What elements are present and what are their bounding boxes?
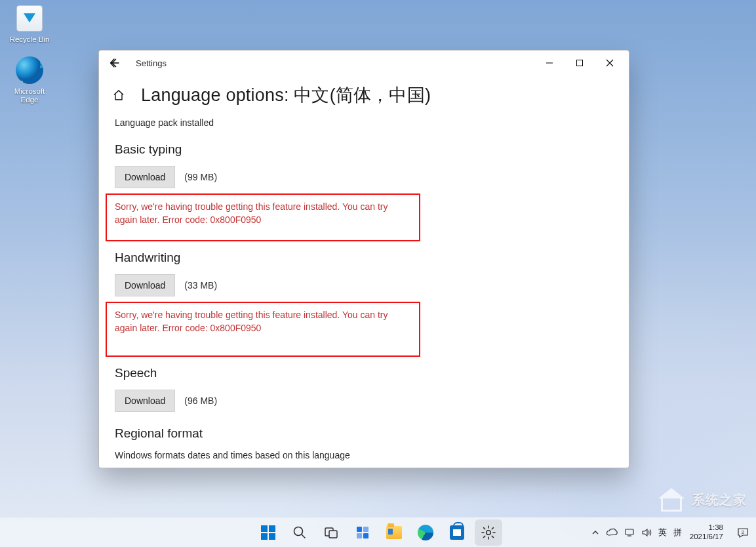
svg-rect-9: [626, 529, 633, 535]
clock-date: 2021/6/17: [690, 533, 723, 541]
home-button[interactable]: [107, 83, 130, 107]
svg-rect-6: [357, 533, 362, 538]
clock-time: 1:38: [690, 523, 723, 532]
maximize-icon: [576, 59, 584, 67]
minimize-icon: [546, 59, 553, 67]
error-text: Sorry, we're having trouble getting this…: [115, 308, 411, 335]
download-button-basic-typing[interactable]: Download: [115, 166, 175, 188]
minimize-button[interactable]: [534, 53, 565, 73]
search-icon: [292, 525, 308, 540]
section-heading-basic-typing: Basic typing: [115, 142, 521, 157]
error-box-basic-typing: Sorry, we're having trouble getting this…: [106, 193, 420, 241]
size-handwriting: (33 MB): [184, 280, 217, 291]
system-tray[interactable]: 英 拼: [591, 527, 682, 538]
network-icon[interactable]: [624, 528, 635, 537]
back-button[interactable]: [108, 56, 121, 70]
edge-icon: [418, 525, 433, 540]
watermark: 系统之家: [658, 488, 747, 512]
desktop-icon-label: Recycle Bin: [7, 35, 52, 44]
onedrive-icon[interactable]: [606, 528, 618, 537]
desktop-icon-recycle-bin[interactable]: Recycle Bin: [7, 4, 52, 44]
page-title: Language options: 中文(简体，中国): [141, 83, 431, 107]
svg-rect-5: [363, 527, 368, 532]
folder-icon: [386, 526, 402, 539]
desktop: Recycle Bin Microsoft Edge Settings: [0, 0, 756, 547]
widgets-button[interactable]: [349, 519, 376, 546]
error-text: Sorry, we're having trouble getting this…: [115, 200, 411, 227]
window-content: Language options: 中文(简体，中国) Language pac…: [99, 75, 629, 468]
taskbar-right: 英 拼 1:38 2021/6/17 2: [591, 517, 752, 547]
download-button-speech[interactable]: Download: [115, 390, 175, 412]
start-button[interactable]: [254, 519, 282, 546]
close-icon: [606, 59, 614, 67]
download-button-handwriting[interactable]: Download: [115, 274, 175, 296]
section-heading-regional: Regional format: [115, 426, 521, 441]
svg-text:2: 2: [742, 529, 745, 535]
titlebar: Settings: [99, 51, 629, 75]
edge-taskbar-button[interactable]: [412, 519, 439, 546]
window-title: Settings: [136, 58, 167, 68]
svg-rect-4: [357, 527, 362, 532]
close-button[interactable]: [595, 53, 625, 73]
svg-rect-7: [363, 533, 368, 538]
size-basic-typing: (99 MB): [184, 172, 217, 182]
widgets-icon: [355, 525, 370, 540]
size-speech: (96 MB): [184, 395, 217, 406]
store-button[interactable]: [443, 519, 471, 546]
gear-icon: [481, 525, 496, 540]
svg-point-8: [486, 530, 490, 534]
store-icon: [450, 525, 464, 540]
settings-taskbar-button[interactable]: [475, 519, 502, 546]
volume-icon[interactable]: [641, 528, 652, 537]
chevron-up-icon[interactable]: [591, 529, 599, 537]
desktop-icon-label: Microsoft Edge: [7, 87, 52, 104]
maximize-button[interactable]: [565, 53, 595, 73]
ime-language[interactable]: 英: [658, 527, 667, 538]
search-button[interactable]: [286, 519, 313, 546]
edge-icon: [15, 56, 44, 85]
house-icon: [658, 488, 685, 512]
settings-window: Settings Language options: 中文(简体，中国) La: [98, 50, 629, 468]
svg-rect-0: [577, 60, 583, 66]
svg-rect-3: [329, 531, 337, 538]
clock[interactable]: 1:38 2021/6/17: [690, 523, 726, 540]
watermark-text: 系统之家: [692, 491, 747, 509]
desktop-icon-edge[interactable]: Microsoft Edge: [7, 56, 52, 104]
windows-logo-icon: [261, 525, 275, 540]
task-view-icon: [323, 525, 339, 540]
taskbar-center: [254, 517, 502, 547]
section-heading-speech: Speech: [115, 366, 521, 380]
recycle-bin-icon: [15, 4, 44, 33]
task-view-button[interactable]: [317, 519, 345, 546]
file-explorer-button[interactable]: [380, 519, 408, 546]
home-icon: [112, 89, 125, 102]
language-pack-status: Language pack installed: [115, 117, 521, 128]
desktop-icons: Recycle Bin Microsoft Edge: [7, 4, 59, 117]
ime-mode[interactable]: 拼: [673, 527, 682, 538]
taskbar: 英 拼 1:38 2021/6/17 2: [0, 517, 756, 547]
error-box-handwriting: Sorry, we're having trouble getting this…: [106, 302, 420, 357]
regional-description: Windows formats dates and times based on…: [115, 450, 521, 460]
section-heading-handwriting: Handwriting: [115, 251, 521, 265]
notification-icon: 2: [736, 526, 749, 539]
regional-settings-link[interactable]: Settings: [115, 466, 148, 468]
notifications-button[interactable]: 2: [734, 523, 752, 542]
